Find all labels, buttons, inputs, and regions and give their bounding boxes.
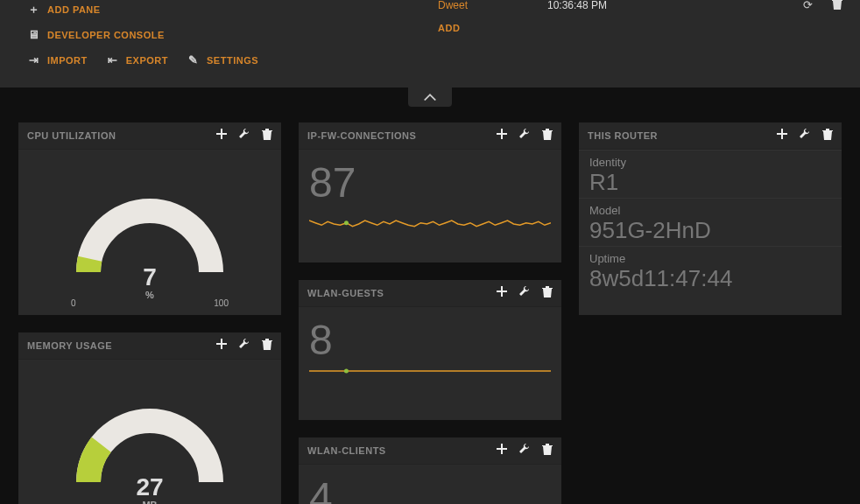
trash-icon[interactable] [542, 129, 553, 143]
refresh-icon[interactable]: ⟳ [803, 0, 813, 12]
pane-header: IP-FW-CONNECTIONS [299, 122, 561, 150]
plus-icon: ＋ [26, 2, 42, 18]
plus-icon[interactable] [216, 339, 227, 353]
datasource-last-updated: 10:36:48 PM [547, 0, 687, 11]
chevron-up-icon [424, 91, 436, 103]
pane-title: WLAN-CLIENTS [307, 445, 386, 456]
plus-icon[interactable] [497, 129, 507, 143]
pane-header: WLAN-GUESTS [299, 280, 561, 307]
wrench-icon[interactable] [800, 129, 810, 143]
export-icon: ⇤ [105, 53, 121, 66]
pane-title: WLAN-GUESTS [307, 288, 384, 298]
trash-icon[interactable] [542, 444, 553, 458]
router-uptime-row: Uptime 8w5d11:47:44 [579, 246, 842, 294]
wrench-icon[interactable] [519, 286, 530, 300]
trash-icon[interactable] [822, 129, 833, 143]
gauge-min: 0 [71, 298, 76, 308]
trash-icon[interactable] [262, 339, 272, 353]
plus-icon[interactable] [497, 286, 507, 300]
pane-wlan-clients: WLAN-CLIENTS 4 [299, 438, 561, 504]
datasources: Dweet 10:36:48 PM ⟳ ADD [438, 0, 842, 33]
dashboard-board: CPU UTILIZATION 7 % 0 100 MEMOR [0, 122, 860, 504]
pane-header: MEMORY USAGE [18, 332, 281, 360]
datasource-row: Dweet 10:36:48 PM ⟳ [438, 0, 842, 14]
wlan-clients-value: 4 [299, 465, 561, 504]
router-identity-row: Identity R1 [579, 150, 842, 198]
import-icon: ⇥ [26, 53, 42, 66]
router-model-row: Model 951G-2HnD [579, 198, 842, 246]
pane-memory: MEMORY USAGE 27 MB 0 128 [18, 332, 281, 504]
cpu-gauge: 7 % 0 100 [18, 150, 281, 316]
svg-point-0 [344, 220, 349, 225]
add-datasource-button[interactable]: ADD [438, 23, 842, 33]
pane-title: CPU UTILIZATION [27, 130, 116, 141]
datasource-name[interactable]: Dweet [438, 0, 547, 11]
pane-header: THIS ROUTER [579, 122, 842, 150]
pane-title: IP-FW-CONNECTIONS [307, 130, 416, 141]
monitor-icon: 🖥 [26, 28, 42, 41]
pane-title: MEMORY USAGE [27, 340, 112, 351]
fw-sparkline [299, 206, 561, 255]
wrench-icon[interactable] [519, 444, 530, 458]
cpu-gauge-value: 7 % [18, 263, 281, 300]
pane-cpu: CPU UTILIZATION 7 % 0 100 [18, 122, 281, 315]
export-button[interactable]: ⇤ EXPORT [105, 47, 168, 73]
settings-button[interactable]: ✎ SETTINGS [186, 47, 258, 73]
developer-console-button[interactable]: 🖥 DEVELOPER CONSOLE [26, 22, 258, 47]
pane-fw-connections: IP-FW-CONNECTIONS 87 [299, 122, 561, 262]
plus-icon[interactable] [777, 129, 787, 143]
settings-icon: ✎ [186, 53, 201, 66]
trash-icon[interactable] [832, 0, 842, 12]
wlan-guests-sparkline [299, 364, 561, 412]
collapse-header-button[interactable] [408, 88, 452, 107]
pane-router: THIS ROUTER Identity R1 Model 951G-2HnD … [579, 122, 842, 315]
import-button[interactable]: ⇥ IMPORT [26, 47, 88, 73]
trash-icon[interactable] [262, 129, 272, 143]
wlan-guests-value: 8 [299, 307, 561, 364]
pane-title: THIS ROUTER [588, 130, 658, 141]
top-bar: ＋ ADD PANE 🖥 DEVELOPER CONSOLE ⇥ IMPORT … [0, 0, 860, 88]
wrench-icon[interactable] [519, 129, 530, 143]
memory-gauge-value: 27 MB [18, 473, 281, 504]
pane-wlan-guests: WLAN-GUESTS 8 [299, 280, 561, 420]
fw-value: 87 [299, 150, 561, 206]
top-menu: ＋ ADD PANE 🖥 DEVELOPER CONSOLE ⇥ IMPORT … [26, 0, 258, 73]
wrench-icon[interactable] [239, 129, 250, 143]
gauge-max: 100 [214, 298, 229, 308]
add-pane-button[interactable]: ＋ ADD PANE [26, 0, 258, 22]
svg-point-1 [344, 369, 349, 374]
pane-header: CPU UTILIZATION [18, 122, 281, 150]
memory-gauge: 27 MB 0 128 [18, 360, 281, 504]
plus-icon[interactable] [216, 129, 227, 143]
wrench-icon[interactable] [239, 339, 250, 353]
trash-icon[interactable] [542, 286, 553, 300]
plus-icon[interactable] [497, 444, 507, 458]
pane-header: WLAN-CLIENTS [299, 438, 561, 465]
